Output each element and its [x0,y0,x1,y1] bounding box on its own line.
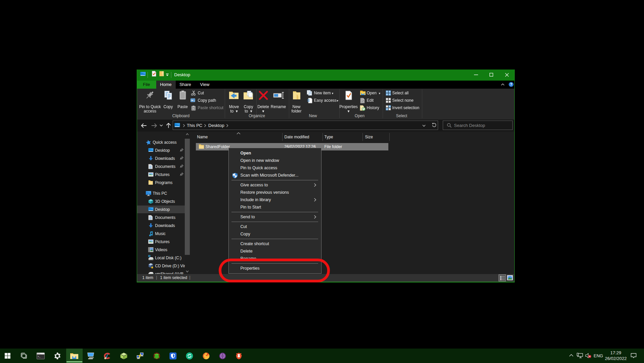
svg-text:C:\_: C:\_ [38,353,41,355]
svg-text:>_: >_ [38,355,41,358]
svg-text:?: ? [510,82,512,86]
